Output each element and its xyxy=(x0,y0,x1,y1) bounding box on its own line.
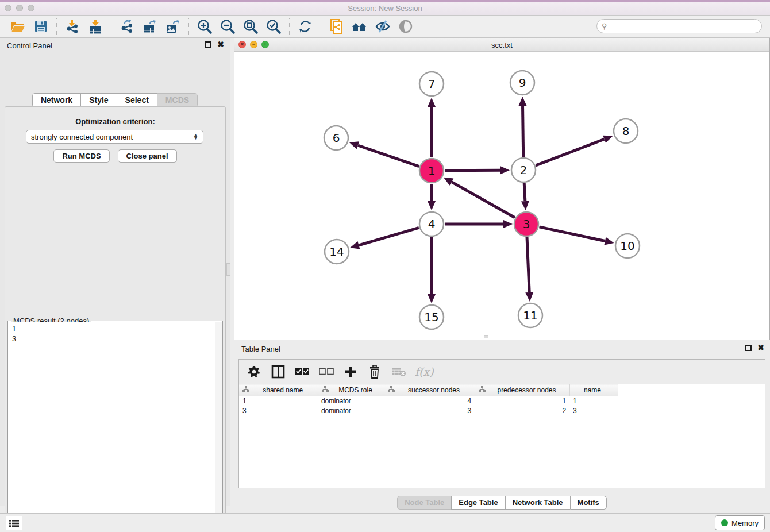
column-header-MCDS-role[interactable]: MCDS role xyxy=(318,384,384,396)
close-table-panel-icon[interactable]: ✖ xyxy=(757,345,764,351)
tab-style[interactable]: Style xyxy=(80,93,116,107)
zoom-in-icon[interactable] xyxy=(195,18,214,35)
column-header-predecessor-nodes[interactable]: predecessor nodes xyxy=(475,384,569,396)
memory-button[interactable]: Memory xyxy=(715,515,765,530)
apply-layout-icon[interactable] xyxy=(295,18,315,35)
cell-shared-name[interactable]: 1 xyxy=(239,396,318,406)
tab-mcds[interactable]: MCDS xyxy=(157,93,198,107)
node-table-container: f(x) shared nameMCDS rolesuccessor nodes… xyxy=(238,359,765,488)
tab-edge-table[interactable]: Edge Table xyxy=(451,496,505,510)
edge-2-3[interactable] xyxy=(524,183,525,201)
cell-predecessor-nodes[interactable]: 1 xyxy=(475,396,569,406)
node-label-11: 11 xyxy=(523,309,537,322)
zoom-out-icon[interactable] xyxy=(218,18,237,35)
edge-1-2[interactable] xyxy=(445,170,500,171)
copy-style-icon[interactable] xyxy=(327,18,346,35)
float-table-panel-icon[interactable] xyxy=(745,345,752,351)
cell-MCDS-role[interactable]: dominator xyxy=(318,406,384,416)
network-window-titlebar[interactable]: ✕ − + scc.txt xyxy=(234,38,769,52)
node-label-7: 7 xyxy=(428,77,436,91)
network-resize-handle[interactable] xyxy=(484,335,488,338)
column-header-filler xyxy=(618,384,765,396)
import-network-icon[interactable] xyxy=(63,18,82,35)
first-neighbors-icon[interactable] xyxy=(350,18,369,35)
close-panel-icon[interactable]: ✖ xyxy=(217,41,224,48)
export-image-icon[interactable] xyxy=(163,18,183,35)
arrowhead-1-6 xyxy=(349,141,359,149)
edge-2-9[interactable] xyxy=(523,106,523,157)
table-settings-icon[interactable] xyxy=(246,364,262,380)
optimization-criterion-dropdown[interactable]: strongly connected component ▲▼ xyxy=(26,130,203,144)
column-header-shared-name[interactable]: shared name xyxy=(239,384,318,396)
show-columns-icon[interactable] xyxy=(270,364,286,380)
arrowhead-4-3 xyxy=(503,220,513,228)
node-label-8: 8 xyxy=(622,124,630,138)
edge-1-6[interactable] xyxy=(358,145,419,167)
network-canvas[interactable]: 7968124314101511 xyxy=(234,52,769,340)
delete-column-icon[interactable] xyxy=(367,364,383,380)
cell-name[interactable]: 3 xyxy=(569,406,618,416)
status-bar: Memory xyxy=(0,513,770,532)
column-header-name[interactable]: name xyxy=(569,384,618,396)
cell-shared-name[interactable]: 3 xyxy=(239,406,318,416)
node-label-14: 14 xyxy=(329,245,344,259)
save-session-icon[interactable] xyxy=(31,18,51,35)
tab-network-table[interactable]: Network Table xyxy=(505,496,570,510)
search-input[interactable] xyxy=(610,22,748,30)
edge-4-14[interactable] xyxy=(359,228,419,245)
cell-successor-nodes[interactable]: 3 xyxy=(384,406,475,416)
mcds-result-text[interactable]: 1 3 xyxy=(9,322,215,532)
birdseye-view-icon[interactable] xyxy=(396,18,415,35)
tab-network[interactable]: Network xyxy=(32,93,80,107)
tab-node-table[interactable]: Node Table xyxy=(397,496,451,510)
node-label-2: 2 xyxy=(520,163,528,177)
arrowhead-1-7 xyxy=(428,98,436,107)
open-folder-icon[interactable] xyxy=(8,18,28,35)
run-mcds-button[interactable]: Run MCDS xyxy=(53,149,109,163)
cell-successor-nodes[interactable]: 4 xyxy=(384,396,475,406)
edge-3-1[interactable] xyxy=(452,182,515,218)
cell-MCDS-role[interactable]: dominator xyxy=(318,396,384,406)
control-panel: Control Panel ✖ NetworkStyleSelectMCDS O… xyxy=(0,38,230,506)
hide-graphics-details-icon[interactable] xyxy=(373,18,392,35)
main-toolbar: ⚲ xyxy=(0,16,770,38)
search-icon: ⚲ xyxy=(602,22,607,30)
network-view-window: ✕ − + scc.txt 7968124314101511 xyxy=(234,38,770,340)
tab-motifs[interactable]: Motifs xyxy=(570,496,607,510)
node-label-15: 15 xyxy=(424,310,438,324)
node-label-4: 4 xyxy=(428,217,436,231)
task-list-icon xyxy=(9,519,19,527)
function-builder-icon[interactable]: f(x) xyxy=(415,364,434,380)
app-title: Session: New Session xyxy=(0,4,770,13)
search-field[interactable]: ⚲ xyxy=(596,19,762,33)
close-panel-button[interactable]: Close panel xyxy=(118,149,177,163)
export-table-icon[interactable] xyxy=(140,18,160,35)
toolbar-separator xyxy=(111,18,111,35)
tab-select[interactable]: Select xyxy=(117,93,157,107)
cell-filler xyxy=(618,406,765,416)
toolbar-separator xyxy=(289,18,290,35)
deselect-all-icon[interactable] xyxy=(318,364,334,380)
add-column-icon[interactable] xyxy=(342,364,359,380)
zoom-fit-icon[interactable] xyxy=(241,18,260,35)
edge-2-8[interactable] xyxy=(536,139,604,165)
edge-3-10[interactable] xyxy=(539,227,605,241)
node-label-1: 1 xyxy=(428,164,436,178)
select-all-icon[interactable] xyxy=(294,364,310,380)
cell-predecessor-nodes[interactable]: 2 xyxy=(475,406,569,416)
result-scrollbar[interactable] xyxy=(215,322,222,532)
column-header-successor-nodes[interactable]: successor nodes xyxy=(384,384,475,396)
panel-splitter-handle[interactable] xyxy=(226,263,230,276)
network-graph[interactable]: 7968124314101511 xyxy=(234,52,769,340)
cell-name[interactable]: 1 xyxy=(569,396,618,406)
delete-table-icon[interactable] xyxy=(391,364,407,380)
table-row[interactable]: 1dominator411 xyxy=(239,396,765,406)
node-label-10: 10 xyxy=(620,239,634,253)
table-row[interactable]: 3dominator323 xyxy=(239,406,765,416)
float-panel-icon[interactable] xyxy=(205,41,211,48)
edge-3-11[interactable] xyxy=(527,237,529,292)
show-task-history-button[interactable] xyxy=(6,516,22,530)
import-table-icon[interactable] xyxy=(86,18,105,35)
export-network-icon[interactable] xyxy=(117,18,137,35)
zoom-selected-icon[interactable] xyxy=(264,18,283,35)
